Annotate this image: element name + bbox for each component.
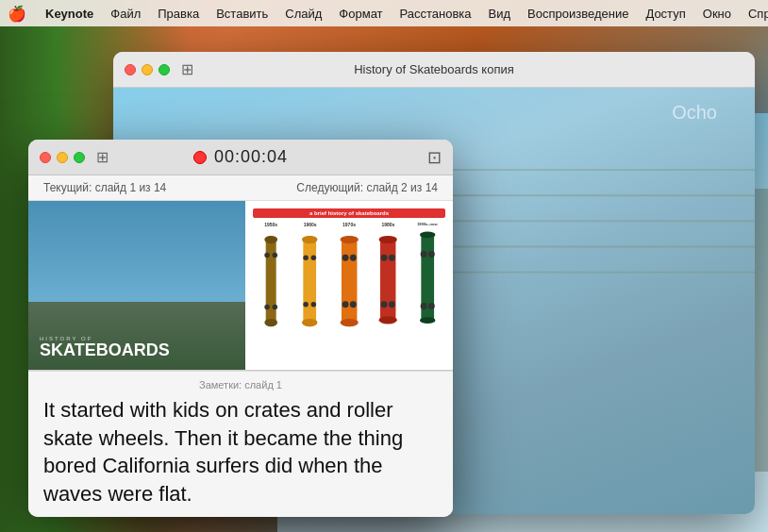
svg-point-22 (304, 256, 309, 261)
slide-previews-area: HISTORY OF SKATEBOARDS a brief history o… (28, 201, 453, 371)
menu-file[interactable]: Файл (103, 5, 148, 23)
svg-point-41 (420, 251, 426, 258)
decade-col-1980s: 1980s (370, 222, 406, 344)
svg-point-40 (420, 317, 436, 324)
presenter-title-bar: ⊞ 00:00:04 ⊡ (28, 140, 453, 175)
slide-info-bar: Текущий: слайд 1 из 14 Следующий: слайд … (28, 175, 453, 201)
decade-col-1950s: 1950s (253, 222, 289, 344)
menu-arrange[interactable]: Расстановка (392, 5, 479, 23)
presenter-sidebar-icon[interactable]: ⊞ (96, 148, 109, 166)
menu-window[interactable]: Окно (695, 5, 739, 23)
svg-point-29 (342, 255, 348, 261)
decade-label-1990s: 1990s–now (417, 222, 437, 226)
svg-point-13 (264, 236, 277, 243)
menu-bar: 🍎 Keynote Файл Правка Вставить Слайд Фор… (0, 0, 768, 26)
presenter-display-window: ⊞ 00:00:04 ⊡ Текущий: слайд 1 из 14 След… (28, 140, 453, 517)
slide-history-title: SKATEBOARDS (40, 341, 170, 358)
current-slide-info: Текущий: слайд 1 из 14 (43, 181, 166, 194)
svg-rect-26 (342, 236, 358, 326)
timer-display: 00:00:04 (193, 147, 288, 167)
svg-point-15 (264, 253, 270, 258)
svg-point-44 (428, 303, 435, 309)
svg-point-30 (350, 255, 357, 261)
decade-label-1970s: 1970s (342, 222, 356, 227)
presenter-right-controls: ⊡ (427, 147, 442, 168)
decade-col-1970s: 1970s (331, 222, 367, 344)
notes-area: Заметки: слайд 1 It started with kids on… (28, 371, 453, 517)
decade-col-1960s: 1960s (292, 222, 327, 344)
svg-rect-19 (304, 236, 317, 326)
window-maximize-button[interactable] (159, 64, 170, 75)
svg-point-28 (340, 319, 358, 326)
svg-point-32 (350, 301, 357, 308)
notes-section-label: Заметки: слайд 1 (43, 379, 438, 391)
svg-point-17 (264, 305, 270, 310)
next-slide-preview[interactable]: a brief history of skateboards 1950s (245, 201, 453, 370)
recording-dot-icon (193, 151, 207, 164)
presenter-minimize-button[interactable] (57, 152, 68, 163)
svg-point-31 (342, 301, 348, 308)
svg-point-36 (389, 255, 395, 261)
timer-value: 00:00:04 (214, 147, 288, 167)
svg-point-24 (304, 302, 309, 308)
menu-items: Keynote Файл Правка Вставить Слайд Форма… (38, 5, 768, 23)
menu-help[interactable]: Справка (741, 5, 768, 23)
svg-point-20 (302, 236, 318, 243)
svg-point-39 (420, 231, 436, 238)
menu-edit[interactable]: Правка (150, 5, 207, 23)
svg-point-34 (379, 316, 397, 324)
presenter-content: Текущий: слайд 1 из 14 Следующий: слайд … (28, 175, 453, 517)
current-slide-preview[interactable]: HISTORY OF SKATEBOARDS (28, 201, 245, 370)
decade-label-1950s: 1950s (264, 222, 277, 227)
decade-label-1960s: 1960s (304, 222, 317, 227)
svg-point-42 (428, 251, 435, 258)
svg-point-25 (311, 302, 317, 308)
menu-play[interactable]: Воспроизведение (520, 5, 636, 23)
menu-slide[interactable]: Слайд (277, 5, 329, 23)
svg-point-35 (381, 255, 388, 261)
menu-format[interactable]: Формат (331, 5, 390, 23)
menu-insert[interactable]: Вставить (209, 5, 275, 23)
slide-history-content: HISTORY OF SKATEBOARDS (28, 201, 245, 370)
presenter-maximize-button[interactable] (74, 152, 85, 163)
presenter-window-controls (40, 152, 85, 163)
svg-point-18 (273, 305, 278, 310)
menu-access[interactable]: Доступ (638, 5, 693, 23)
window-minimize-button[interactable] (142, 64, 153, 75)
svg-point-33 (379, 236, 397, 243)
svg-point-38 (389, 301, 395, 308)
svg-rect-12 (266, 236, 276, 326)
decade-columns: 1950s (253, 222, 445, 344)
presenter-layout-icon[interactable]: ⊡ (427, 147, 442, 168)
keynote-window-title: History of Skateboards копия (354, 62, 514, 76)
next-slide-content: a brief history of skateboards 1950s (245, 201, 453, 370)
window-controls (125, 64, 170, 75)
menu-view[interactable]: Вид (481, 5, 519, 23)
window-close-button[interactable] (125, 64, 136, 75)
ocho-text: Ocho (672, 102, 717, 124)
svg-point-14 (264, 319, 277, 326)
svg-point-21 (302, 319, 318, 326)
decade-label-1980s: 1980s (381, 222, 394, 227)
next-slide-title-bar: a brief history of skateboards (253, 208, 445, 218)
sidebar-toggle-icon[interactable]: ⊞ (181, 60, 193, 78)
presenter-close-button[interactable] (40, 152, 51, 163)
keynote-title-bar: ⊞ History of Skateboards копия (113, 52, 755, 88)
decade-col-1990s: 1990s–now (409, 222, 445, 344)
svg-point-27 (340, 236, 358, 243)
svg-point-23 (311, 256, 317, 261)
apple-logo-icon[interactable]: 🍎 (8, 5, 26, 23)
notes-text-content: It started with kids on crates and rolle… (43, 396, 438, 508)
svg-point-16 (273, 253, 278, 258)
menu-app-name[interactable]: Keynote (38, 5, 101, 23)
next-slide-info: Следующий: слайд 2 из 14 (296, 181, 438, 194)
svg-point-37 (381, 301, 388, 308)
svg-point-43 (420, 303, 426, 309)
